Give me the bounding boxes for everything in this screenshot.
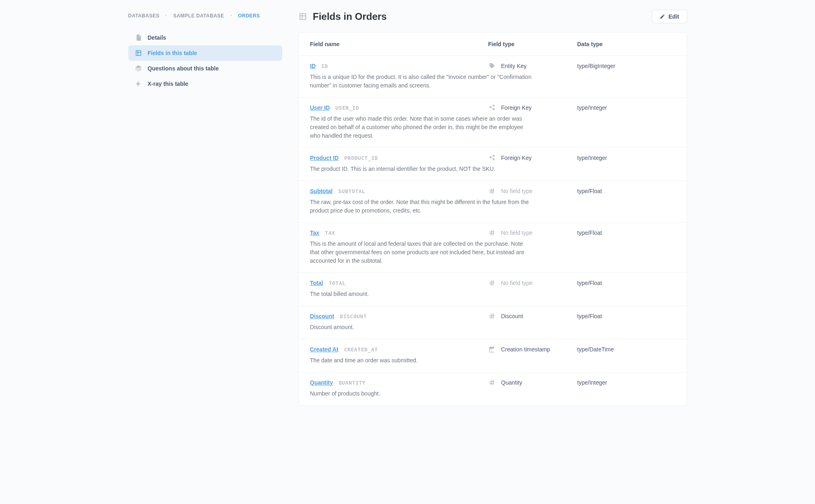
hash-icon [488, 379, 496, 386]
sidebar-item-label: Fields in this table [148, 50, 197, 56]
field-name[interactable]: Total [310, 280, 323, 286]
pencil-icon [660, 14, 665, 19]
field-row: QuantityQUANTITYQuantitytype/IntegerNumb… [299, 372, 687, 405]
field-name[interactable]: Product ID [310, 155, 339, 161]
table-icon [298, 12, 307, 21]
field-row: SubtotalSUBTOTALNo field typetype/FloatT… [299, 181, 687, 222]
field-type-label: No field type [501, 280, 533, 286]
field-raw-name: USER_ID [336, 105, 359, 111]
field-raw-name: TOTAL [329, 280, 346, 286]
field-name[interactable]: Subtotal [310, 188, 333, 194]
field-name[interactable]: User ID [310, 104, 330, 111]
share-icon [488, 154, 496, 162]
field-type-label: Quantity [501, 379, 522, 386]
document-icon [135, 34, 142, 41]
breadcrumb-sample-database[interactable]: SAMPLE DATABASE [173, 13, 224, 19]
field-description: The raw, pre-tax cost of the order. Note… [310, 198, 533, 215]
hash-icon [488, 313, 496, 320]
field-row: DiscountDISCOUNTDiscounttype/FloatDiscou… [299, 306, 687, 339]
column-header-type: Field type [488, 41, 577, 47]
sidebar-item-label: X-ray this table [148, 81, 188, 87]
sidebar-nav: Details Fields in this table Questions a… [128, 30, 282, 91]
field-name[interactable]: Tax [310, 230, 319, 236]
field-name[interactable]: ID [310, 63, 316, 69]
fields-header-row: Field name Field type Data type [299, 33, 687, 55]
field-raw-name: TAX [325, 230, 335, 236]
field-row: TotalTOTALNo field typetype/FloatThe tot… [299, 272, 687, 306]
field-data-type: type/Integer [577, 155, 675, 161]
field-data-type: type/Float [577, 280, 675, 286]
edit-button-label: Edit [668, 13, 679, 20]
chevron-right-icon [229, 13, 233, 19]
field-raw-name: QUANTITY [338, 380, 366, 386]
field-row: Product IDPRODUCT_IDForeign Keytype/Inte… [299, 147, 687, 181]
field-row: User IDUSER_IDForeign Keytype/IntegerThe… [299, 97, 687, 147]
sidebar-item-xray[interactable]: X-ray this table [128, 76, 282, 91]
fields-card: Field name Field type Data type IDIDEnti… [298, 32, 687, 406]
field-name[interactable]: Discount [310, 313, 334, 319]
field-raw-name: PRODUCT_ID [344, 155, 378, 161]
share-icon [488, 104, 496, 111]
field-data-type: type/BigInteger [577, 63, 675, 69]
hash-icon [488, 187, 496, 195]
field-data-type: type/Integer [577, 379, 675, 386]
stack-icon [135, 65, 142, 72]
field-description: This is a unique ID for the product. It … [310, 73, 533, 90]
field-data-type: type/DateTime [577, 346, 675, 353]
field-type-label: Discount [501, 313, 523, 319]
chevron-right-icon [164, 13, 168, 19]
field-type-label: Foreign Key [501, 104, 532, 111]
field-raw-name: SUBTOTAL [338, 188, 366, 194]
edit-button[interactable]: Edit [652, 10, 687, 23]
field-description: Discount amount. [310, 323, 533, 332]
page-title: Fields in Orders [313, 11, 387, 22]
field-row: Created AtCREATED_ATCreation timestampty… [299, 339, 687, 372]
field-type-label: No field type [501, 188, 533, 194]
table-icon [135, 49, 142, 57]
field-description: This is the amount of local and federal … [310, 240, 533, 265]
sidebar-item-label: Questions about this table [148, 65, 219, 72]
bolt-icon [135, 80, 142, 87]
column-header-data: Data type [577, 41, 675, 47]
field-description: The date and time an order was submitted… [310, 356, 533, 365]
hash-icon [488, 229, 496, 236]
field-name[interactable]: Quantity [310, 379, 333, 386]
breadcrumb-orders: ORDERS [238, 13, 260, 19]
field-description: The total billed amount. [310, 290, 533, 298]
sidebar-item-label: Details [148, 34, 166, 41]
page-header: Fields in Orders Edit [298, 8, 687, 23]
breadcrumb-databases[interactable]: DATABASES [128, 13, 160, 19]
sidebar-item-questions[interactable]: Questions about this table [128, 61, 282, 76]
breadcrumb: DATABASES SAMPLE DATABASE ORDERS [128, 13, 282, 19]
field-raw-name: CREATED_AT [344, 347, 378, 353]
hash-icon [488, 279, 496, 287]
calendar-icon [488, 346, 496, 353]
field-name[interactable]: Created At [310, 346, 338, 353]
field-raw-name: ID [321, 63, 328, 69]
field-raw-name: DISCOUNT [340, 313, 367, 319]
field-type-label: Creation timestamp [501, 346, 550, 353]
field-type-label: No field type [501, 230, 533, 236]
field-data-type: type/Float [577, 230, 675, 236]
field-row: IDIDEntity Keytype/BigIntegerThis is a u… [299, 55, 687, 97]
field-data-type: type/Integer [577, 104, 675, 111]
tag-icon [488, 62, 496, 70]
column-header-name: Field name [310, 41, 488, 47]
field-description: The product ID. This is an internal iden… [310, 165, 533, 173]
field-row: TaxTAXNo field typetype/FloatThis is the… [299, 222, 687, 272]
field-description: The id of the user who made this order. … [310, 115, 533, 140]
field-type-label: Entity Key [501, 63, 527, 69]
sidebar-item-fields[interactable]: Fields in this table [128, 45, 282, 61]
sidebar-item-details[interactable]: Details [128, 30, 282, 45]
field-data-type: type/Float [577, 313, 675, 319]
field-type-label: Foreign Key [501, 155, 532, 161]
field-description: Number of products bought. [310, 389, 533, 398]
field-data-type: type/Float [577, 188, 675, 194]
